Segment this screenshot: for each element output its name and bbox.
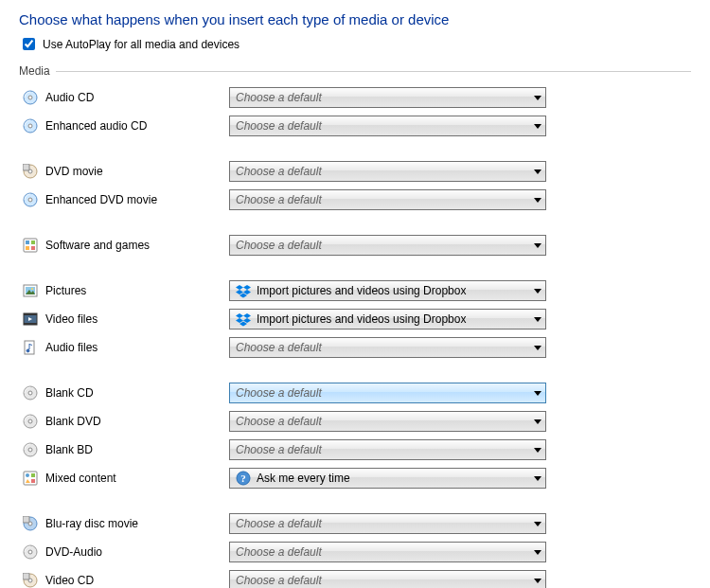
disc-grey-icon bbox=[23, 385, 38, 401]
dropdown-placeholder: Choose a default bbox=[236, 517, 530, 530]
media-label-col: Enhanced DVD movie bbox=[19, 192, 229, 207]
chevron-down-icon bbox=[534, 124, 541, 129]
chevron-down-icon bbox=[534, 289, 541, 294]
section-media-header: Media bbox=[19, 64, 691, 78]
media-label: Audio files bbox=[45, 341, 98, 354]
mixed-icon bbox=[23, 471, 38, 486]
bluray-icon bbox=[23, 516, 38, 531]
chevron-down-icon bbox=[534, 198, 541, 203]
media-row: Blank DVDChoose a default bbox=[19, 407, 691, 436]
dropdown-placeholder: Choose a default bbox=[236, 91, 530, 104]
section-media-label: Media bbox=[19, 64, 50, 78]
media-label: Audio CD bbox=[45, 91, 94, 104]
media-label-col: Software and games bbox=[19, 238, 229, 253]
media-row: Enhanced audio CDChoose a default bbox=[19, 112, 691, 140]
chevron-down-icon bbox=[534, 169, 541, 174]
action-dropdown[interactable]: Choose a default bbox=[229, 337, 546, 358]
dropdown-placeholder: Choose a default bbox=[236, 574, 530, 587]
autoplay-checkbox[interactable] bbox=[23, 38, 35, 50]
action-dropdown[interactable]: Choose a default bbox=[229, 235, 546, 256]
media-label-col: Blank CD bbox=[19, 385, 229, 401]
autoplay-row: Use AutoPlay for all media and devices bbox=[19, 35, 691, 53]
media-group: DVD movieChoose a defaultEnhanced DVD mo… bbox=[19, 157, 691, 214]
action-dropdown[interactable]: Choose a default bbox=[229, 161, 546, 182]
chevron-down-icon bbox=[534, 317, 541, 322]
media-row: Blank CDChoose a default bbox=[19, 379, 691, 407]
media-label: DVD-Audio bbox=[45, 545, 102, 559]
action-dropdown[interactable]: Choose a default bbox=[229, 383, 546, 403]
media-label: Blank DVD bbox=[45, 415, 101, 428]
dropdown-placeholder: Choose a default bbox=[236, 415, 530, 428]
action-dropdown[interactable]: Choose a default bbox=[229, 116, 546, 136]
chevron-down-icon bbox=[534, 522, 541, 526]
dropdown-value: Ask me every time bbox=[236, 471, 530, 486]
media-label-col: Mixed content bbox=[19, 471, 229, 486]
media-label: Enhanced audio CD bbox=[45, 119, 147, 133]
media-row: Audio filesChoose a default bbox=[19, 333, 691, 362]
media-row: Audio CDChoose a default bbox=[19, 83, 691, 112]
chevron-down-icon bbox=[534, 550, 541, 555]
media-label-col: Video files bbox=[19, 312, 229, 327]
media-label: Blank CD bbox=[45, 386, 94, 400]
chevron-down-icon bbox=[534, 243, 541, 248]
dropdown-placeholder: Choose a default bbox=[236, 193, 530, 206]
software-icon bbox=[23, 238, 38, 253]
autoplay-label: Use AutoPlay for all media and devices bbox=[43, 38, 240, 51]
media-label-col: DVD-Audio bbox=[19, 544, 229, 560]
action-dropdown[interactable]: Choose a default bbox=[229, 87, 546, 108]
media-row: DVD movieChoose a default bbox=[19, 157, 691, 186]
video-icon bbox=[23, 312, 38, 327]
media-row: Enhanced DVD movieChoose a default bbox=[19, 186, 691, 214]
audio-file-icon bbox=[23, 340, 38, 355]
chevron-down-icon bbox=[534, 579, 541, 583]
media-label: Video files bbox=[45, 312, 98, 326]
media-label: Blank BD bbox=[45, 443, 93, 456]
dropdown-placeholder: Choose a default bbox=[236, 119, 530, 133]
dropdown-value-text: Import pictures and videos using Dropbox bbox=[257, 284, 466, 297]
media-group: Audio CDChoose a defaultEnhanced audio C… bbox=[19, 83, 691, 140]
media-label-col: Blank DVD bbox=[19, 414, 229, 429]
action-dropdown[interactable]: Import pictures and videos using Dropbox bbox=[229, 280, 546, 301]
media-row: Video filesImport pictures and videos us… bbox=[19, 305, 691, 333]
media-label-col: Video CD bbox=[19, 573, 229, 588]
action-dropdown[interactable]: Import pictures and videos using Dropbox bbox=[229, 309, 546, 330]
disc-blue-icon bbox=[23, 90, 38, 105]
action-dropdown[interactable]: Choose a default bbox=[229, 542, 546, 562]
dropbox-icon bbox=[236, 312, 251, 327]
media-label-col: Blank BD bbox=[19, 442, 229, 457]
media-label-col: Pictures bbox=[19, 283, 229, 298]
media-row: DVD-AudioChoose a default bbox=[19, 538, 691, 566]
dropdown-placeholder: Choose a default bbox=[236, 545, 530, 559]
dropdown-placeholder: Choose a default bbox=[236, 165, 530, 178]
action-dropdown[interactable]: Choose a default bbox=[229, 411, 546, 432]
media-row: Mixed contentAsk me every time bbox=[19, 464, 691, 492]
disc-blue-icon bbox=[23, 192, 38, 207]
dropdown-value-text: Import pictures and videos using Dropbox bbox=[257, 312, 466, 326]
media-row: Blank BDChoose a default bbox=[19, 436, 691, 464]
action-dropdown[interactable]: Choose a default bbox=[229, 439, 546, 460]
action-dropdown[interactable]: Choose a default bbox=[229, 513, 546, 534]
media-row: Software and gamesChoose a default bbox=[19, 231, 691, 259]
help-icon bbox=[236, 471, 251, 486]
chevron-down-icon bbox=[534, 476, 541, 481]
disc-blue-icon bbox=[23, 118, 38, 134]
disc-grey-icon bbox=[23, 544, 38, 560]
media-row: Video CDChoose a default bbox=[19, 566, 691, 588]
action-dropdown[interactable]: Choose a default bbox=[229, 189, 546, 210]
disc-grey-icon bbox=[23, 414, 38, 429]
media-group: Software and gamesChoose a default bbox=[19, 231, 691, 259]
chevron-down-icon bbox=[534, 346, 541, 350]
pictures-icon bbox=[23, 283, 38, 298]
action-dropdown[interactable]: Ask me every time bbox=[229, 468, 546, 489]
dropdown-placeholder: Choose a default bbox=[236, 386, 530, 400]
media-label: Mixed content bbox=[45, 472, 116, 485]
dropdown-value-text: Ask me every time bbox=[257, 472, 350, 485]
chevron-down-icon bbox=[534, 96, 541, 100]
media-label-col: Audio files bbox=[19, 340, 229, 355]
media-group: PicturesImport pictures and videos using… bbox=[19, 276, 691, 362]
divider bbox=[56, 71, 691, 72]
media-label: Video CD bbox=[45, 574, 94, 587]
action-dropdown[interactable]: Choose a default bbox=[229, 570, 546, 588]
dropdown-value: Import pictures and videos using Dropbox bbox=[236, 283, 530, 298]
media-label-col: DVD movie bbox=[19, 164, 229, 179]
